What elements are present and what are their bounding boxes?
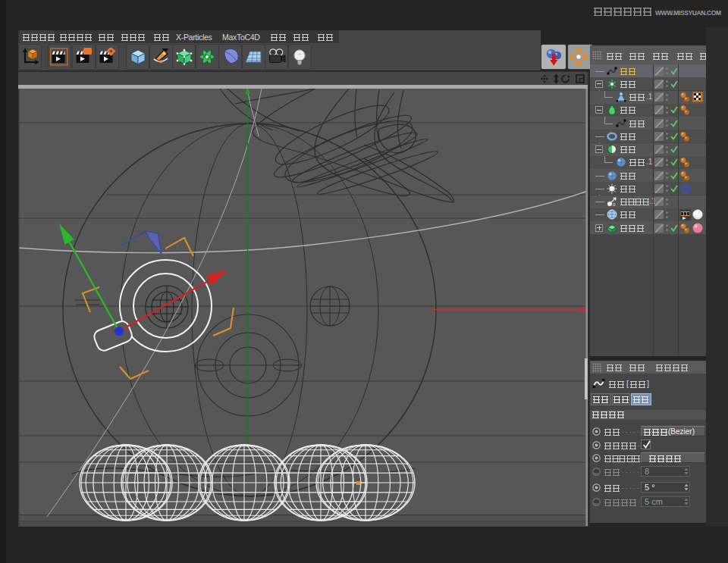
svg-text:0: 0 — [613, 202, 616, 207]
